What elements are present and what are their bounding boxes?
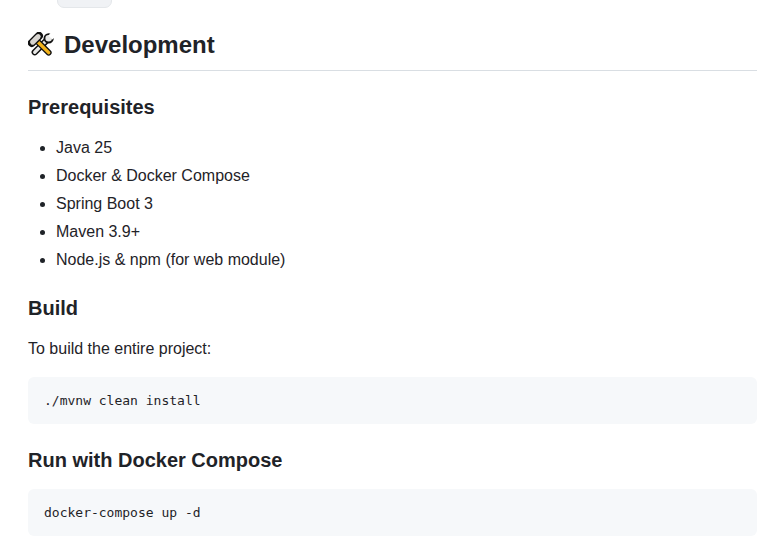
development-heading: Development	[28, 30, 757, 71]
run-heading: Run with Docker Compose	[28, 448, 757, 473]
list-item: Docker & Docker Compose	[56, 164, 757, 188]
run-code-block: docker-compose up -d	[28, 489, 757, 536]
list-item: Node.js & npm (for web module)	[56, 248, 757, 272]
hammer-wrench-icon	[28, 32, 55, 59]
build-code-block: ./mvnw clean install	[28, 377, 757, 424]
build-command: ./mvnw clean install	[44, 393, 201, 408]
build-intro-text: To build the entire project:	[28, 337, 757, 361]
run-command: docker-compose up -d	[44, 505, 201, 520]
list-item: Maven 3.9+	[56, 220, 757, 244]
development-heading-text: Development	[64, 30, 215, 60]
list-item: Java 25	[56, 136, 757, 160]
list-item: Spring Boot 3	[56, 192, 757, 216]
prerequisites-heading: Prerequisites	[28, 95, 757, 120]
readme-content: Development Prerequisites Java 25 Docker…	[28, 0, 757, 552]
build-heading: Build	[28, 296, 757, 321]
prerequisites-list: Java 25 Docker & Docker Compose Spring B…	[28, 136, 757, 272]
